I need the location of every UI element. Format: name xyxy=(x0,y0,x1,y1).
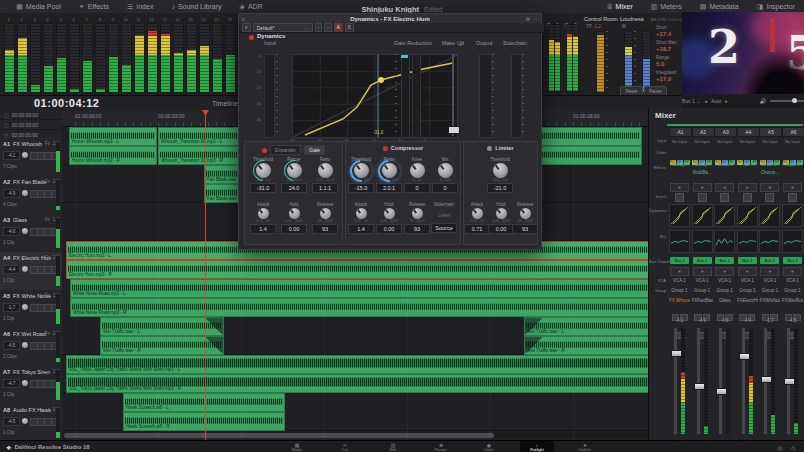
dynamics-graph[interactable]: -31.0 xyxy=(292,54,458,138)
dynamics-dialog[interactable]: ≡ Dynamics - FX Electric Hum ⚙ ⋯ ≡ Defau… xyxy=(238,13,542,250)
track-header-A3[interactable]: A3GlassFx1.0-4.61 Clip xyxy=(0,214,62,253)
mixer-add-effect[interactable]: + xyxy=(692,183,713,192)
plus-box[interactable]: + xyxy=(783,183,802,192)
mixer-bus-output[interactable]: Bus 1 xyxy=(714,257,735,264)
mixer-input-value[interactable]: No Input xyxy=(669,137,690,146)
track-pan-knob[interactable] xyxy=(22,152,28,158)
mixer-input-value[interactable]: No Input xyxy=(737,137,758,146)
mixer-add-effect[interactable]: + xyxy=(782,183,803,192)
mixer-dynamics-thumb[interactable] xyxy=(759,204,780,227)
track-header-A7[interactable]: A7FX Tokyo Siren2.0-4.71 Clip xyxy=(0,366,62,405)
toolbar-sound-library[interactable]: ♪Sound Library xyxy=(162,0,230,13)
attack-knob[interactable] xyxy=(258,208,269,219)
toolbar-adr[interactable]: ◈ADR xyxy=(231,0,272,13)
mixer-insert-toggle[interactable] xyxy=(737,193,758,202)
mixer-fader-value[interactable]: -4.4 xyxy=(737,316,758,325)
mix-knob[interactable] xyxy=(438,163,453,178)
next-icon[interactable]: ▸ xyxy=(725,98,728,104)
viewer-bus-select[interactable]: Bus 1 ⌄ xyxy=(682,98,700,104)
toolbar-effects[interactable]: ✴Effects xyxy=(70,0,118,13)
plus-box[interactable]: + xyxy=(715,183,734,192)
track-volume[interactable]: -1.7 xyxy=(3,303,20,312)
mixer-insert-toggle[interactable] xyxy=(782,193,803,202)
hold-knob[interactable] xyxy=(496,208,507,219)
track-volume[interactable]: -4.9 xyxy=(3,189,20,198)
plus-box[interactable]: + xyxy=(760,183,779,192)
mixer-add-bus[interactable]: + xyxy=(714,267,735,276)
mixer-eq-thumb[interactable] xyxy=(714,230,735,253)
bus-chip[interactable]: Bus 1 xyxy=(715,257,734,264)
knob-value[interactable]: 93 xyxy=(404,224,430,234)
clip-A7[interactable]: SSL_Tokyo Japan City Traffic Sirens With… xyxy=(66,355,648,374)
threshold-knob[interactable] xyxy=(256,163,271,178)
mixer-add-bus[interactable]: + xyxy=(692,267,713,276)
makeup-slider-handle[interactable] xyxy=(448,126,460,134)
page-cut[interactable]: ✂Cut xyxy=(328,441,362,452)
clip-A5[interactable]: White Noise Road.mp3 - L xyxy=(70,279,648,298)
mixer-group-value[interactable]: Group 1 xyxy=(782,286,803,295)
track-volume[interactable]: -4.5 xyxy=(3,341,20,350)
warning-icon[interactable]: ⚠ xyxy=(791,444,796,451)
mixer-add-effect[interactable]: + xyxy=(737,183,758,192)
mixer-effect-slot[interactable]: Pitch... xyxy=(737,161,758,169)
mixer-bus-output[interactable]: Bus 1 xyxy=(782,257,803,264)
mixer-group-value[interactable]: Group 1 xyxy=(759,286,780,295)
mixer-eq-thumb[interactable] xyxy=(692,230,713,253)
insert-box[interactable] xyxy=(743,193,752,202)
mixer-eq-thumb[interactable] xyxy=(669,230,690,253)
mixer-add-bus[interactable]: + xyxy=(782,267,803,276)
bus-chip[interactable]: Bus 1 xyxy=(670,257,689,264)
plus-box[interactable]: + xyxy=(715,267,734,276)
mixer-vca-value[interactable]: VCA 1 xyxy=(782,276,803,285)
bus-chip[interactable]: Bus 1 xyxy=(783,257,802,264)
mixer-effect-slot[interactable]: AutoSp... xyxy=(692,161,713,169)
mixer-effect-slot[interactable]: Frequen... xyxy=(782,161,803,169)
threshold-knob[interactable] xyxy=(354,163,369,178)
mixer-fader-value[interactable]: -4.6 xyxy=(714,316,735,325)
mixer-input-value[interactable]: No Input xyxy=(714,137,735,146)
mixer-channel-head-A5[interactable]: A5 xyxy=(759,127,782,137)
page-deliver[interactable]: ➤Deliver xyxy=(568,441,602,452)
clip-A6[interactable]: Wet Traffic.wav - L xyxy=(524,317,648,336)
hold-knob[interactable] xyxy=(384,208,395,219)
threshold-knob[interactable] xyxy=(493,163,508,178)
mixer-group-value[interactable]: Group 1 xyxy=(692,286,713,295)
mixer-vca-value[interactable]: VCA 1 xyxy=(759,276,780,285)
insert-box[interactable] xyxy=(788,193,797,202)
release-knob[interactable] xyxy=(320,208,331,219)
mixer-bus-output[interactable]: Bus 1 xyxy=(737,257,758,264)
toolbar-index[interactable]: ☰Index xyxy=(118,0,162,13)
ratio-knob[interactable] xyxy=(382,163,397,178)
bus-chip[interactable]: Bus 1 xyxy=(760,257,779,264)
clip-A8[interactable]: Hawk Screech.aiff - R xyxy=(123,412,285,431)
mixer-add-bus[interactable]: + xyxy=(737,267,758,276)
knob-value[interactable]: -31.0 xyxy=(250,183,276,193)
plus-box[interactable]: + xyxy=(693,183,712,192)
sidechain-source-dropdown[interactable]: Source xyxy=(431,223,457,233)
knob-value[interactable]: 0 xyxy=(404,183,430,193)
track-header-A6[interactable]: A6FX Wet RoadFx2.0-4.52 Clips xyxy=(0,328,62,367)
insert-box[interactable] xyxy=(675,193,684,202)
track-pan-knob[interactable] xyxy=(22,266,28,272)
mixer-input-value[interactable]: No Input xyxy=(692,137,713,146)
range-knob[interactable] xyxy=(287,163,302,178)
knob-value[interactable]: 93 xyxy=(312,224,338,234)
mixer-insert-toggle[interactable] xyxy=(714,193,735,202)
plus-box[interactable]: + xyxy=(783,267,802,276)
knob-value[interactable]: 1.4 xyxy=(250,224,276,234)
track-pan-knob[interactable] xyxy=(22,190,28,196)
preset-dropdown[interactable]: Default*⌄ xyxy=(253,23,313,32)
mixer-fader-value[interactable]: -1.7 xyxy=(759,316,780,325)
mixer-bus-output[interactable]: Bus 1 xyxy=(669,257,690,264)
mixer-fader-value[interactable]: -4.9 xyxy=(692,316,713,325)
attack-knob[interactable] xyxy=(472,208,483,219)
mixer-group-value[interactable]: Group 1 xyxy=(714,286,735,295)
clip-A8[interactable]: Hawk Screech.aiff - L xyxy=(123,393,285,412)
mixer-dynamics-thumb[interactable] xyxy=(714,204,735,227)
track-header-A4[interactable]: A4FX Electric HumFx2.0-4.41 Clip xyxy=(0,252,62,291)
page-edit[interactable]: ▧Edit xyxy=(376,441,410,452)
knob-value[interactable]: 0.00 xyxy=(281,224,307,234)
mixer-fader-value[interactable]: -4.1 xyxy=(669,316,690,325)
mixer-eq-thumb[interactable] xyxy=(782,230,803,253)
mixer-eq-thumb[interactable] xyxy=(737,230,758,253)
